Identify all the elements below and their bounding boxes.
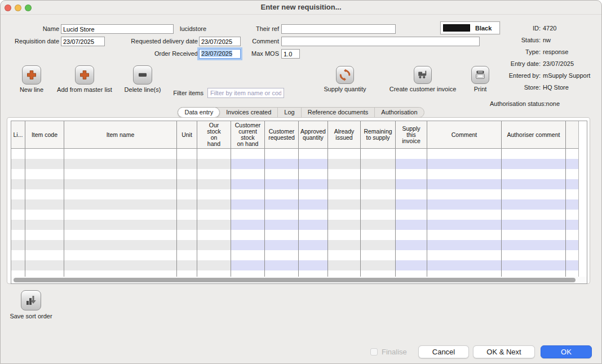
tab-invoices-created[interactable]: Invoices created [220, 107, 277, 118]
column-header[interactable]: Item code [25, 121, 64, 148]
table-cell[interactable] [328, 149, 361, 159]
table-cell[interactable] [328, 179, 361, 189]
create-customer-invoice-button[interactable]: Create customer invoice [383, 66, 462, 92]
table-cell[interactable] [427, 250, 502, 260]
table-cell[interactable] [25, 250, 64, 260]
table-cell[interactable] [197, 159, 231, 169]
table-row[interactable] [11, 199, 587, 210]
table-row[interactable] [11, 159, 587, 169]
name-field[interactable] [61, 24, 174, 34]
table-cell[interactable] [11, 240, 25, 250]
table-cell[interactable] [231, 220, 265, 230]
table-cell[interactable] [427, 169, 502, 179]
table-cell[interactable] [299, 250, 328, 260]
table-cell[interactable] [231, 210, 265, 220]
column-header[interactable]: Approved quantity [299, 121, 328, 148]
table-cell[interactable] [177, 159, 197, 169]
table-cell[interactable] [396, 240, 427, 250]
table-cell[interactable] [11, 179, 25, 189]
table-cell[interactable] [427, 270, 502, 277]
table-row[interactable] [11, 179, 587, 189]
table-cell[interactable] [396, 250, 427, 260]
column-header[interactable]: Authoriser comment [502, 121, 566, 148]
table-cell[interactable] [231, 189, 265, 199]
new-line-button[interactable]: New line [12, 65, 51, 93]
table-cell[interactable] [231, 250, 265, 260]
table-row[interactable] [11, 270, 587, 277]
table-cell[interactable] [64, 179, 177, 189]
table-cell[interactable] [197, 169, 231, 179]
table-cell[interactable] [11, 149, 25, 159]
table-cell[interactable] [64, 260, 177, 270]
ok-button[interactable]: OK [541, 345, 592, 358]
table-cell[interactable] [265, 230, 299, 240]
table-cell[interactable] [265, 210, 299, 220]
order-received-field[interactable]: 23/07/2025 [199, 49, 241, 59]
table-cell[interactable] [328, 230, 361, 240]
table-cell[interactable] [502, 189, 566, 199]
table-cell[interactable] [328, 199, 361, 210]
table-cell[interactable] [64, 250, 177, 260]
table-cell[interactable] [231, 270, 265, 277]
table-cell[interactable] [11, 169, 25, 179]
table-cell[interactable] [64, 220, 177, 230]
table-row[interactable] [11, 220, 587, 230]
table-cell[interactable] [299, 270, 328, 277]
table-cell[interactable] [197, 210, 231, 220]
table-cell[interactable] [361, 159, 396, 169]
table-cell[interactable] [396, 199, 427, 210]
vertical-scrollbar[interactable] [578, 121, 587, 277]
finalise-checkbox[interactable] [370, 348, 378, 356]
table-cell[interactable] [396, 159, 427, 169]
table-cell[interactable] [361, 179, 396, 189]
table-row[interactable] [11, 260, 587, 270]
table-cell[interactable] [396, 230, 427, 240]
table-cell[interactable] [299, 169, 328, 179]
table-cell[interactable] [64, 270, 177, 277]
table-cell[interactable] [265, 169, 299, 179]
table-cell[interactable] [177, 189, 197, 199]
table-cell[interactable] [265, 260, 299, 270]
table-cell[interactable] [177, 210, 197, 220]
table-cell[interactable] [25, 260, 64, 270]
tab-data-entry[interactable]: Data entry [178, 107, 220, 118]
table-cell[interactable] [197, 230, 231, 240]
table-cell[interactable] [502, 250, 566, 260]
tab-reference-documents[interactable]: Reference documents [301, 107, 375, 118]
column-header[interactable]: Customer requested [265, 121, 299, 148]
tab-log[interactable]: Log [277, 107, 300, 118]
table-cell[interactable] [25, 270, 64, 277]
table-cell[interactable] [64, 230, 177, 240]
table-cell[interactable] [231, 199, 265, 210]
table-cell[interactable] [427, 210, 502, 220]
table-cell[interactable] [177, 169, 197, 179]
max-mos-field[interactable] [281, 49, 300, 59]
table-cell[interactable] [299, 240, 328, 250]
table-cell[interactable] [197, 179, 231, 189]
table-cell[interactable] [361, 270, 396, 277]
table-row[interactable] [11, 230, 587, 240]
requested-delivery-date-field[interactable] [199, 37, 241, 46]
table-cell[interactable] [11, 220, 25, 230]
table-cell[interactable] [427, 260, 502, 270]
table-cell[interactable] [265, 159, 299, 169]
table-cell[interactable] [25, 179, 64, 189]
requisition-date-field[interactable] [61, 37, 105, 46]
table-cell[interactable] [361, 230, 396, 240]
table-cell[interactable] [396, 220, 427, 230]
table-cell[interactable] [25, 199, 64, 210]
table-cell[interactable] [177, 270, 197, 277]
table-cell[interactable] [25, 210, 64, 220]
table-cell[interactable] [427, 230, 502, 240]
table-cell[interactable] [328, 240, 361, 250]
table-cell[interactable] [265, 240, 299, 250]
table-cell[interactable] [396, 270, 427, 277]
table-cell[interactable] [177, 250, 197, 260]
table-cell[interactable] [177, 199, 197, 210]
column-header[interactable]: Item name [64, 121, 177, 148]
table-cell[interactable] [177, 149, 197, 159]
table-cell[interactable] [197, 270, 231, 277]
table-cell[interactable] [177, 240, 197, 250]
column-header[interactable]: Our stock on hand [197, 121, 231, 148]
table-cell[interactable] [328, 189, 361, 199]
